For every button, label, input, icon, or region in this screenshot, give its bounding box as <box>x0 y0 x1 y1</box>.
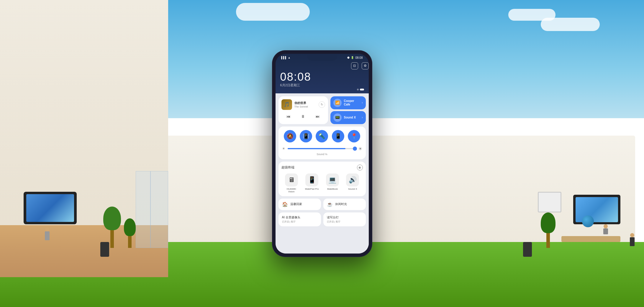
camera-card-subtitle: 已开启 | 客厅 <box>282 220 317 223</box>
sound-x-icon: 🔊 <box>346 173 359 186</box>
brightness-handle[interactable] <box>353 147 357 151</box>
tree-trunk <box>110 230 114 248</box>
music-info: 你的世界 The Sonnet <box>294 101 316 108</box>
person-walk-head <box>630 233 634 237</box>
rotation-toggle[interactable]: 📱 <box>332 130 344 142</box>
gear-icon: ⚙ <box>364 64 367 68</box>
mute-toggle[interactable]: 🔕 <box>284 130 296 142</box>
wifi-info: Cooper Cafe <box>344 99 360 106</box>
right-tv-screen <box>576 197 618 222</box>
bluetooth-icon: 📟 <box>335 115 340 120</box>
device-grid[interactable]: 🖥 HUAWEIVision 📱 MatePad Pro <box>281 173 363 193</box>
tree-trunk-2 <box>128 236 132 248</box>
bluetooth-status-icon: ⬢ <box>347 56 350 59</box>
prev-icon: ⏮ <box>286 114 291 119</box>
circle-dot-icon: ◉ <box>358 166 361 169</box>
side-cards: 📶 Cooper Cafe › 📟 <box>330 96 366 124</box>
location-toggle[interactable]: 📍 <box>348 130 360 142</box>
tv-icon: 🖥 <box>288 176 295 184</box>
matepad-pro-icon: 📱 <box>305 173 318 186</box>
music-card-top: 🎵 你的世界 The Sonnet ↻ <box>281 99 325 110</box>
flashlight-icon: 🔦 <box>319 133 325 139</box>
time-section: 08:08 6月2日星期三 <box>276 71 369 90</box>
tree-left-1 <box>103 207 121 248</box>
person-right-head <box>604 224 608 228</box>
tree-right-trunk <box>546 233 550 248</box>
glass-door-right <box>136 171 150 248</box>
wifi-card[interactable]: 📶 Cooper Cafe › <box>330 96 366 109</box>
toggles-card: 🔕 📳 🔦 📱 📍 <box>278 126 366 159</box>
header-action-icons[interactable]: ⊡ ⚙ <box>276 61 369 71</box>
page-indicator <box>280 89 364 90</box>
person-body <box>45 231 50 240</box>
prev-button[interactable]: ⏮ <box>284 112 293 121</box>
wifi-status-icon: ▲ <box>288 56 291 59</box>
target-icon[interactable]: ◉ <box>357 165 363 170</box>
device-name-3: Sound X <box>348 188 357 191</box>
right-room-tv <box>573 195 620 224</box>
music-player-card[interactable]: 🎵 你的世界 The Sonnet ↻ <box>278 96 328 124</box>
left-room-scene <box>0 0 168 307</box>
vibrate-icon: 📳 <box>303 133 309 139</box>
device-item-1[interactable]: 📱 MatePad Pro <box>305 173 319 193</box>
person-right-body <box>603 228 608 234</box>
coffee-icon: ☕ <box>327 202 333 207</box>
speaker-icon: 🔊 <box>349 176 357 184</box>
cloud-5 <box>236 3 310 21</box>
next-button[interactable]: ⏭ <box>314 112 322 121</box>
brightness-low-icon: ☀ <box>282 147 285 151</box>
brightness-bar[interactable] <box>288 148 356 149</box>
tree-left-2 <box>124 218 136 248</box>
music-controls[interactable]: ⏮ ⏸ ⏭ <box>281 112 325 121</box>
pause-button[interactable]: ⏸ <box>299 112 307 121</box>
phone-screen: ▌▌▌ ▲ ⬢ 🔋 08:08 ⊡ <box>276 54 369 254</box>
wifi-icon-circle: 📶 <box>333 99 342 107</box>
settings-icon-button[interactable]: ⚙ <box>362 62 369 69</box>
person-walk-body <box>630 237 635 246</box>
page-dot-1 <box>357 89 359 90</box>
person-right <box>603 224 609 239</box>
shortcut-home[interactable]: 🏠 温馨回家 <box>278 199 321 210</box>
wifi-network-name: Cooper Cafe <box>344 99 360 106</box>
album-artwork: 🎵 <box>281 99 292 110</box>
device-ground-right <box>523 242 532 257</box>
shortcut-leisure[interactable]: ☕ 休闲时光 <box>323 199 366 210</box>
bluetooth-card[interactable]: 📟 Sound X › <box>330 111 366 124</box>
device-name-2: MateBook <box>327 188 338 191</box>
toggle-buttons-row[interactable]: 🔕 📳 🔦 📱 📍 <box>282 130 362 142</box>
top-cards-row: 🎵 你的世界 The Sonnet ↻ <box>278 96 366 124</box>
phone-screen-inner: ▌▌▌ ▲ ⬢ 🔋 08:08 ⊡ <box>276 54 369 254</box>
edit-icon-button[interactable]: ⊡ <box>351 62 358 69</box>
decorative-ball <box>582 215 594 227</box>
brightness-slider-row[interactable]: ☀ ☀ <box>282 146 362 152</box>
glass-door-left <box>150 171 168 248</box>
super-terminal-title: 超级终端 <box>281 165 294 170</box>
device-item-3[interactable]: 🔊 Sound X <box>346 173 359 193</box>
bottom-cards-row: AI 全景摄像头 已开启 | 客厅 读写台灯 已开启 | 客厅 <box>278 212 366 226</box>
vibrate-toggle[interactable]: 📳 <box>300 130 312 142</box>
date-display: 6月2日星期三 <box>280 83 364 87</box>
person-left <box>44 227 50 242</box>
rotation-icon: 📱 <box>335 133 341 139</box>
super-terminal-card[interactable]: 超级终端 ◉ 🖥 HUAWEIVision <box>278 162 366 196</box>
control-center-content: 🎵 你的世界 The Sonnet ↻ <box>276 93 369 254</box>
brightness-fill <box>288 148 345 149</box>
shortcuts-row: 🏠 温馨回家 ☕ 休闲时光 <box>278 199 366 210</box>
bottom-card-lamp[interactable]: 读写台灯 已开启 | 客厅 <box>323 212 366 226</box>
flashlight-toggle[interactable]: 🔦 <box>316 130 328 142</box>
clock-display: 08:08 <box>280 71 364 82</box>
shortcut-leisure-label: 休闲时光 <box>335 202 347 206</box>
bottom-card-camera[interactable]: AI 全景摄像头 已开启 | 客厅 <box>278 212 321 226</box>
device-item-0[interactable]: 🖥 HUAWEIVision <box>285 173 298 193</box>
next-icon: ⏭ <box>316 114 320 119</box>
mute-icon: 🔕 <box>287 133 293 139</box>
phone-notch <box>307 54 337 61</box>
phone-device: ▌▌▌ ▲ ⬢ 🔋 08:08 ⊡ <box>272 50 372 257</box>
matebook-icon: 💻 <box>326 173 339 186</box>
bt-icon-circle: 📟 <box>333 113 342 122</box>
tree-top-2 <box>124 218 136 236</box>
brightness-high-icon: ☀ <box>358 146 362 152</box>
device-item-2[interactable]: 💻 MateBook <box>326 173 339 193</box>
super-terminal-header: 超级终端 ◉ <box>281 165 363 170</box>
left-room-tv <box>24 192 77 224</box>
